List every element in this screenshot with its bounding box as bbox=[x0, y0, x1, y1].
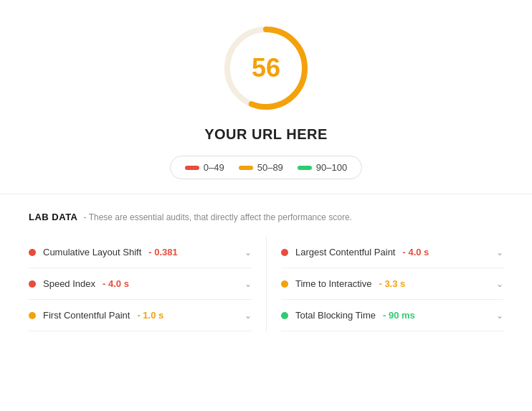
lab-data-header: LAB DATA - These are essential audits, t… bbox=[29, 212, 503, 222]
metric-name-si: Speed Index bbox=[43, 278, 95, 289]
metric-name-fcp: First Contentful Paint bbox=[43, 310, 130, 321]
chevron-down-icon: ⌄ bbox=[496, 247, 503, 258]
metric-dot-tbt bbox=[281, 312, 288, 319]
metric-value-tbt: - 90 ms bbox=[383, 310, 415, 321]
metric-dot-lcp bbox=[281, 249, 288, 256]
metric-dot-cls bbox=[29, 249, 36, 256]
metric-value-fcp: - 1.0 s bbox=[137, 310, 163, 321]
metrics-right-column: Largest Contentful Paint - 4.0 s ⌄ Time … bbox=[266, 237, 503, 331]
metric-cumulative-layout-shift[interactable]: Cumulative Layout Shift - 0.381 ⌄ bbox=[29, 237, 252, 268]
metric-first-contentful-paint[interactable]: First Contentful Paint - 1.0 s ⌄ bbox=[29, 300, 252, 331]
metric-speed-index[interactable]: Speed Index - 4.0 s ⌄ bbox=[29, 268, 252, 300]
legend-item-green: 90–100 bbox=[298, 162, 347, 173]
gauge: 56 bbox=[219, 22, 313, 115]
legend: 0–49 50–89 90–100 bbox=[170, 156, 362, 179]
metric-value-si: - 4.0 s bbox=[103, 278, 129, 289]
metric-value-tti: - 3.3 s bbox=[379, 278, 405, 289]
metric-name-tbt: Total Blocking Time bbox=[295, 310, 376, 321]
gauge-score: 56 bbox=[252, 53, 280, 83]
metric-time-to-interactive[interactable]: Time to Interactive - 3.3 s ⌄ bbox=[281, 268, 503, 300]
lab-data-title: LAB DATA bbox=[29, 212, 78, 222]
legend-item-red: 0–49 bbox=[185, 162, 224, 173]
chevron-down-icon: ⌄ bbox=[496, 311, 503, 321]
url-label: YOUR URL HERE bbox=[204, 126, 328, 143]
metric-total-blocking-time[interactable]: Total Blocking Time - 90 ms ⌄ bbox=[281, 300, 503, 331]
metric-largest-contentful-paint[interactable]: Largest Contentful Paint - 4.0 s ⌄ bbox=[281, 237, 503, 268]
chevron-down-icon: ⌄ bbox=[244, 311, 252, 321]
metric-dot-tti bbox=[281, 280, 288, 288]
metric-name-cls: Cumulative Layout Shift bbox=[43, 247, 141, 258]
bottom-section: LAB DATA - These are essential audits, t… bbox=[0, 194, 532, 346]
chevron-down-icon: ⌄ bbox=[496, 279, 503, 289]
metric-name-lcp: Largest Contentful Paint bbox=[295, 247, 395, 258]
metrics-left-column: Cumulative Layout Shift - 0.381 ⌄ Speed … bbox=[29, 237, 266, 331]
metric-value-lcp: - 4.0 s bbox=[402, 247, 429, 258]
legend-dot-green bbox=[298, 166, 312, 170]
metric-dot-fcp bbox=[29, 312, 36, 319]
metric-name-tti: Time to Interactive bbox=[295, 278, 371, 289]
metric-dot-si bbox=[29, 280, 36, 288]
lab-data-description: - These are essential audits, that direc… bbox=[84, 212, 352, 222]
legend-label-green: 90–100 bbox=[316, 162, 347, 173]
legend-dot-orange bbox=[239, 166, 253, 170]
top-section: 56 YOUR URL HERE 0–49 50–89 90–100 bbox=[0, 0, 532, 194]
legend-label-red: 0–49 bbox=[204, 162, 224, 173]
metric-value-cls: - 0.381 bbox=[148, 247, 177, 258]
chevron-down-icon: ⌄ bbox=[244, 247, 252, 258]
metrics-grid: Cumulative Layout Shift - 0.381 ⌄ Speed … bbox=[29, 237, 503, 331]
legend-label-orange: 50–89 bbox=[257, 162, 283, 173]
legend-dot-red bbox=[185, 166, 199, 170]
chevron-down-icon: ⌄ bbox=[244, 279, 252, 289]
legend-item-orange: 50–89 bbox=[239, 162, 283, 173]
